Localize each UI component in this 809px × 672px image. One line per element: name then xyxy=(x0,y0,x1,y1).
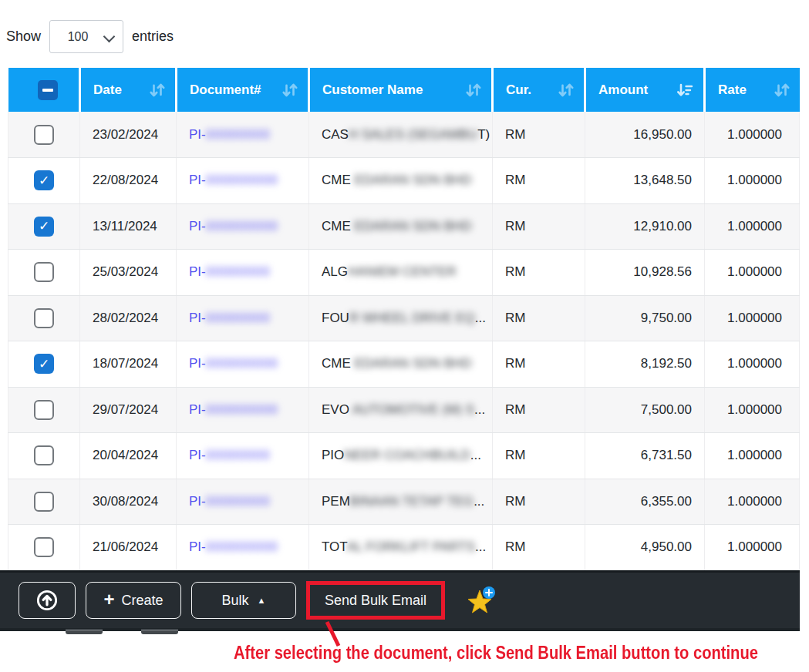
table-row: 23/02/2024PI-00000000CASH SALES (SEGAMBU… xyxy=(8,112,800,158)
customer-suffix: ... xyxy=(474,494,484,509)
column-header-customer[interactable]: Customer Name xyxy=(309,68,493,112)
row-checkbox[interactable] xyxy=(34,537,54,557)
checkbox-cell xyxy=(8,295,80,341)
column-header-document[interactable]: Document# xyxy=(177,68,309,112)
table-row: 28/02/2024PI-00000000FOUR WHEEL DRIVE EQ… xyxy=(8,295,800,341)
table-row: 21/06/2024PI-000000000TOTAL FORKLIFT PAR… xyxy=(8,525,800,571)
document-link[interactable]: PI-000000000 xyxy=(189,219,278,234)
entries-select[interactable]: 100 xyxy=(49,20,123,53)
amount-cell: 12,910.00 xyxy=(585,203,705,250)
rate-cell: 1.000000 xyxy=(705,295,800,341)
row-checkbox[interactable]: ✓ xyxy=(34,170,54,190)
entries-select-wrap: 100 xyxy=(49,20,123,53)
document-prefix: PI- xyxy=(189,311,206,325)
sort-icon xyxy=(558,82,575,98)
customer-name-redacted: AUTOMOTIVE (M) S xyxy=(349,402,474,417)
column-header-cur[interactable]: Cur. xyxy=(493,68,585,112)
customer-prefix: CME xyxy=(322,219,351,234)
document-cell: PI-000000000 xyxy=(177,387,309,433)
rate-cell: 1.000000 xyxy=(705,158,800,204)
checkbox-cell xyxy=(8,525,80,571)
select-all-checkbox[interactable] xyxy=(38,80,58,100)
table-row: ✓13/11/2024PI-000000000CME EDARAN SDN BH… xyxy=(8,203,800,250)
button-stub xyxy=(141,630,178,634)
customer-name-redacted: AL FORKLIFT PARTS xyxy=(346,539,475,554)
sort-icon xyxy=(774,82,790,98)
document-cell: PI-000000000 xyxy=(177,158,309,204)
document-link[interactable]: PI-00000000 xyxy=(189,311,270,325)
favorite-button[interactable] xyxy=(465,584,497,617)
date-cell: 28/02/2024 xyxy=(80,295,177,341)
send-bulk-email-label: Send Bulk Email xyxy=(325,593,426,608)
row-checkbox[interactable] xyxy=(34,492,54,512)
document-link[interactable]: PI-000000000 xyxy=(189,539,278,554)
customer-suffix: ... xyxy=(475,311,486,325)
customer-suffix: ... xyxy=(475,539,486,554)
send-bulk-email-button[interactable]: Send Bulk Email xyxy=(306,581,445,620)
document-cell: PI-00000000 xyxy=(177,295,309,341)
row-checkbox[interactable] xyxy=(34,400,54,420)
column-header-rate[interactable]: Rate xyxy=(705,68,800,112)
document-link[interactable]: PI-000000000 xyxy=(189,402,278,417)
document-link[interactable]: PI-000000000 xyxy=(189,173,278,187)
document-link[interactable]: PI-000000000 xyxy=(189,356,278,371)
currency-cell: RM xyxy=(493,387,585,433)
document-number-redacted: 00000000 xyxy=(206,311,271,325)
document-cell: PI-000000000 xyxy=(177,341,309,388)
customer-name-redacted: NEER COACHBUILD xyxy=(344,448,470,462)
customer-prefix: PEM xyxy=(322,494,350,509)
column-label: Amount xyxy=(598,82,648,97)
rate-cell: 1.000000 xyxy=(705,250,800,296)
customer-prefix: FOU xyxy=(322,311,349,325)
checkbox-cell xyxy=(8,387,80,433)
row-checkbox[interactable]: ✓ xyxy=(34,217,54,237)
row-checkbox[interactable]: ✓ xyxy=(34,354,54,374)
customer-prefix: EVO xyxy=(322,402,349,417)
page: Show 100 entries DateDocument#Customer N… xyxy=(0,0,809,672)
scroll-top-button[interactable] xyxy=(19,582,76,619)
customer-cell: CME EDARAN SDN BHD xyxy=(309,158,493,204)
documents-table: DateDocument#Customer NameCur.AmountRate… xyxy=(8,68,800,571)
row-checkbox[interactable] xyxy=(34,445,54,465)
currency-cell: RM xyxy=(493,341,585,388)
entries-control: Show 100 entries xyxy=(6,20,174,53)
document-number-redacted: 000000000 xyxy=(206,219,278,234)
amount-cell: 10,928.56 xyxy=(585,250,705,296)
customer-name-redacted: R WHEEL DRIVE EQ xyxy=(349,311,475,325)
document-link[interactable]: PI-00000000 xyxy=(189,448,270,462)
customer-cell: CASH SALES (SEGAMBUT) xyxy=(309,112,493,158)
row-checkbox[interactable] xyxy=(34,125,54,145)
column-header-amount[interactable]: Amount xyxy=(585,68,705,112)
row-checkbox[interactable] xyxy=(34,262,54,282)
document-link[interactable]: PI-00000000 xyxy=(189,494,270,509)
column-header-date[interactable]: Date xyxy=(80,68,177,112)
customer-prefix: CME xyxy=(322,356,351,371)
document-number-redacted: 00000000 xyxy=(206,264,271,279)
row-checkbox[interactable] xyxy=(34,308,54,328)
document-prefix: PI- xyxy=(189,448,206,462)
checkbox-cell xyxy=(8,112,80,158)
customer-prefix: TOT xyxy=(322,539,346,554)
column-label: Document# xyxy=(190,82,261,97)
customer-name-redacted: HANIEM CENTER xyxy=(348,264,457,279)
currency-cell: RM xyxy=(493,250,585,296)
checkbox-cell xyxy=(8,433,80,479)
bulk-dropdown-button[interactable]: Bulk ▲ xyxy=(191,582,296,619)
customer-name-redacted: EDARAN SDN BHD xyxy=(351,219,472,234)
customer-suffix: ... xyxy=(474,402,485,417)
column-header-select[interactable] xyxy=(8,68,80,112)
date-cell: 25/03/2024 xyxy=(80,250,177,296)
table-row: 30/08/2024PI-00000000PEMBINAAN TETAP TEG… xyxy=(8,479,800,525)
document-link[interactable]: PI-00000000 xyxy=(189,264,270,279)
customer-cell: PEMBINAAN TETAP TEG... xyxy=(309,479,493,525)
document-prefix: PI- xyxy=(189,356,206,371)
document-prefix: PI- xyxy=(189,494,206,509)
amount-cell: 16,950.00 xyxy=(585,112,705,158)
checkbox-cell xyxy=(8,250,80,296)
document-link[interactable]: PI-00000000 xyxy=(189,127,270,142)
create-button-label: Create xyxy=(121,593,163,609)
date-cell: 20/04/2024 xyxy=(80,433,177,479)
document-cell: PI-00000000 xyxy=(177,433,309,479)
create-button[interactable]: + Create xyxy=(86,582,181,619)
customer-prefix: CAS xyxy=(322,127,349,142)
